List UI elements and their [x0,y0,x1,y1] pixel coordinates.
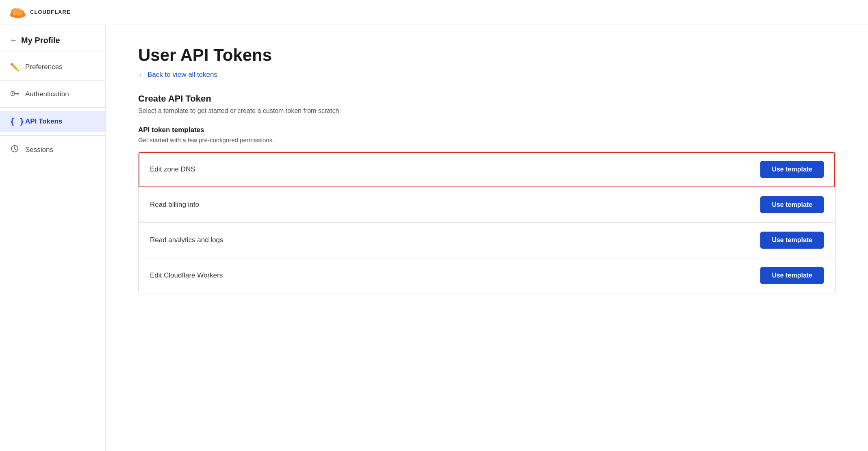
sidebar-label-authentication: Authentication [25,90,69,98]
sidebar-item-preferences[interactable]: ✏️ Preferences [0,57,105,77]
back-to-tokens-link[interactable]: ← Back to view all tokens [138,71,217,79]
templates-subheading: Get started with a few pre-configured pe… [138,137,835,143]
templates-heading: API token templates [138,126,835,134]
svg-point-8 [12,93,13,94]
create-token-subtitle: Select a template to get started or crea… [138,107,835,115]
main-content: User API Tokens ← Back to view all token… [106,24,868,451]
template-name-edit-cf-workers: Edit Cloudflare Workers [150,271,223,280]
back-arrow-icon: ← [138,71,145,79]
template-name-read-analytics-logs: Read analytics and logs [150,236,224,244]
use-template-button-edit-cf-workers[interactable]: Use template [760,267,824,284]
sidebar-label-preferences: Preferences [25,63,63,71]
sidebar-divider-1 [0,80,105,81]
sidebar-item-sessions[interactable]: Sessions [0,139,105,160]
sidebar-profile-label: My Profile [21,36,60,45]
template-row-edit-zone-dns: Edit zone DNS Use template [139,152,835,187]
template-name-edit-zone-dns: Edit zone DNS [150,165,195,173]
svg-line-14 [15,149,16,150]
template-row-read-billing-info: Read billing info Use template [139,187,835,223]
pencil-icon: ✏️ [10,63,20,72]
template-row-edit-cf-workers: Edit Cloudflare Workers Use template [139,258,835,293]
templates-list: Edit zone DNS Use template Read billing … [138,152,835,293]
cloudflare-logo-icon [8,6,28,19]
sidebar-divider-2 [0,107,105,108]
sidebar-nav: ✏️ Preferences Authentication [0,52,105,172]
svg-point-6 [15,8,20,13]
sidebar: ← My Profile ✏️ Preferences [0,24,106,451]
back-link-text: Back to view all tokens [148,71,217,79]
braces-icon: { } [10,117,20,126]
clock-icon [10,145,20,155]
sidebar-item-api-tokens[interactable]: { } API Tokens [0,111,105,132]
sidebar-back-button[interactable]: ← My Profile [0,24,105,52]
create-token-title: Create API Token [138,93,835,104]
template-row-read-analytics-logs: Read analytics and logs Use template [139,223,835,258]
key-icon [10,90,20,98]
template-name-read-billing-info: Read billing info [150,201,199,209]
use-template-button-read-analytics-logs[interactable]: Use template [760,232,824,249]
logo: CLOUDFLARE [8,6,71,19]
sidebar-item-authentication[interactable]: Authentication [0,84,105,104]
sidebar-label-api-tokens: API Tokens [25,117,62,126]
sidebar-divider-4 [0,164,105,164]
page-title: User API Tokens [138,46,835,65]
use-template-button-read-billing-info[interactable]: Use template [760,196,824,213]
topbar: CLOUDFLARE [0,0,868,24]
sidebar-label-sessions: Sessions [25,146,53,154]
sidebar-back-arrow-icon: ← [10,36,17,45]
use-template-button-edit-zone-dns[interactable]: Use template [760,161,824,178]
logo-text: CLOUDFLARE [30,9,71,15]
sidebar-divider-3 [0,135,105,136]
